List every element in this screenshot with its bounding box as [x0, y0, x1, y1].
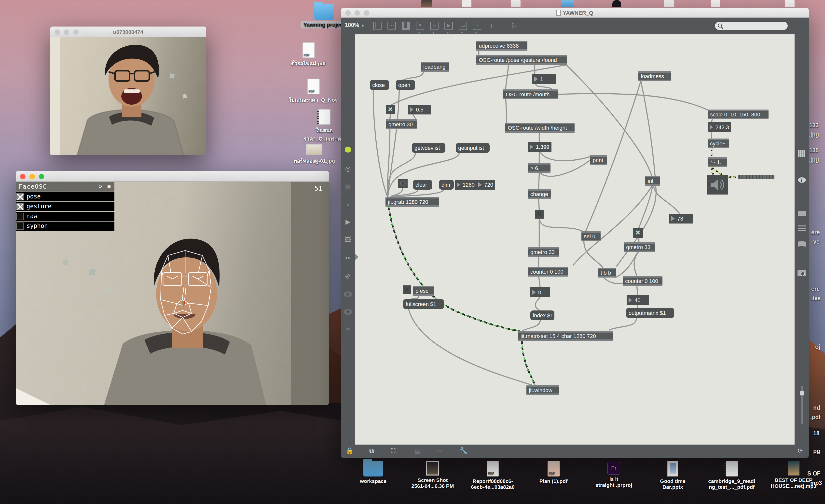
desktop-icon-clipped[interactable] — [711, 0, 720, 7]
object-print[interactable]: print — [590, 155, 607, 165]
faceosc-row-syphon[interactable]: syphon — [16, 222, 115, 231]
checkbox[interactable] — [16, 193, 23, 200]
minimize-button[interactable] — [29, 174, 35, 179]
new-playbar-icon[interactable]: ▶ — [444, 22, 453, 30]
speaker-ezdac-icon[interactable] — [707, 175, 728, 195]
faceosc-row-gesture[interactable]: gesture — [16, 202, 115, 211]
faceosc-window-titlebar[interactable] — [16, 171, 329, 182]
add-more-icon[interactable]: + — [487, 22, 496, 30]
desktop-icon-clipped[interactable] — [785, 0, 795, 7]
object-qmetro-33[interactable]: qmetro 33 — [624, 242, 655, 252]
desktop-icon-workspace[interactable]: workspace — [349, 461, 398, 484]
favorites-star-icon[interactable]: ★ — [341, 325, 355, 333]
desktop-icon-mp3[interactable]: BEST OF DEEP HOUSE....net].mp3 — [764, 461, 823, 489]
zoom-button[interactable] — [39, 174, 44, 179]
inspector-info-icon[interactable]: i — [795, 176, 809, 183]
new-message-icon[interactable]: ⋯ — [387, 22, 396, 30]
desktop-icon-clipped[interactable] — [511, 0, 521, 7]
object-counter[interactable]: counter 0 100 — [528, 267, 568, 277]
toggle[interactable]: ✕ — [403, 285, 411, 294]
vizzie-icon[interactable]: v — [341, 290, 355, 297]
multislider-widget[interactable] — [737, 173, 776, 181]
object-qmetro-30[interactable]: qmetro 30 — [386, 119, 417, 129]
max-patcher-window[interactable]: YAWNER_Q 100% ▼ ▏ ⋯ ▊ ✕ ○ ▶ ▭ ◔ + ⚐ ▾ ▾ … — [341, 8, 809, 458]
close-button[interactable] — [345, 10, 351, 16]
beap-icon[interactable]: b — [341, 307, 355, 315]
max-window-titlebar[interactable]: YAWNER_Q — [341, 8, 809, 18]
message-fullscreen[interactable]: fullscreen $1 — [403, 299, 444, 309]
message-open[interactable]: open — [396, 80, 415, 90]
flonum-box[interactable]: 1.399 — [528, 142, 551, 152]
lock-icon[interactable]: 🔒 — [346, 447, 354, 454]
message-close[interactable]: close — [370, 80, 389, 90]
number-box[interactable]: 73 — [669, 214, 693, 223]
audio-status-icon[interactable]: ◎ — [341, 165, 355, 172]
desktop-icon-clipped[interactable] — [462, 0, 471, 7]
zoom-button[interactable] — [364, 10, 369, 16]
number-box[interactable]: 0 — [530, 287, 550, 297]
midi-device-icon[interactable]: ▤ — [341, 183, 355, 190]
object-greater-than[interactable]: > 6. — [528, 163, 550, 173]
number-box[interactable]: 720 — [476, 180, 495, 190]
console-list-icon[interactable] — [795, 225, 809, 232]
new-comment-icon[interactable]: ▊ — [402, 22, 410, 30]
object-p-esc[interactable]: p esc — [413, 286, 434, 296]
desktop-icon-clipped[interactable] — [421, 0, 432, 7]
desktop-icon-plan-pdf[interactable]: Plan (1).pdf — [529, 461, 578, 484]
faceosc-row-pose[interactable]: pose — [16, 192, 115, 201]
object-jit-grab[interactable]: jit.grab 1280 720 — [385, 197, 439, 207]
object-int[interactable]: int — [645, 176, 660, 186]
slider-knob[interactable] — [800, 391, 804, 395]
message-index[interactable]: index $1 — [530, 310, 554, 320]
dual-pane-icon[interactable] — [795, 210, 809, 218]
refresh-and-save-icons[interactable]: ⟳ ▣ — [98, 182, 111, 192]
desktop-icon-report[interactable]: Reportf88d08c6- 6ecb-4e...03a82a0 — [460, 461, 526, 490]
number-box[interactable]: 40 — [626, 295, 649, 305]
toggle[interactable]: ✕ — [633, 228, 643, 238]
search-field[interactable] — [715, 21, 788, 30]
calendar-grid-icon[interactable] — [795, 150, 809, 158]
object-scale[interactable]: scale 0. 10. 150. 800. — [707, 110, 768, 119]
number-box[interactable]: 1 — [532, 74, 556, 84]
message-dim[interactable]: dim — [439, 180, 454, 190]
plugins-plug-icon[interactable]: ⎆ — [341, 272, 355, 280]
projector-icon[interactable] — [795, 270, 809, 278]
audio-files-icon[interactable]: ♪ — [341, 200, 355, 208]
minimize-button[interactable] — [64, 29, 69, 35]
object-qmetro-33[interactable]: qmetro 33 — [528, 247, 559, 257]
flonum-box[interactable]: 242.3 — [707, 122, 731, 132]
toggle[interactable]: ✕ — [386, 105, 395, 114]
message-getvdevlist[interactable]: getvdevlist — [412, 143, 445, 153]
message-getinputlist[interactable]: getinputlist — [456, 143, 490, 153]
image-files-icon[interactable]: 🖾 — [341, 236, 355, 243]
sidebar-slider[interactable] — [802, 386, 803, 424]
new-number-icon[interactable]: ▭ — [459, 22, 467, 30]
desktop-icon-pdf2[interactable]: ใบเสนอราคา_Q_Nov — [281, 79, 345, 104]
patcher-canvas[interactable]: udpreceive 8338 OSC-route /pose /gesture… — [355, 34, 795, 445]
checkbox[interactable] — [16, 213, 23, 220]
new-button-icon[interactable]: ○ — [430, 22, 439, 30]
toggle[interactable]: ✕ — [535, 210, 544, 219]
desktop-icon-pptx[interactable]: Good time Bar.pptx — [648, 461, 697, 490]
desktop-icon-cambridge[interactable]: cambridge_9_readi ng_test_..._pdf.pdf — [700, 461, 764, 490]
object-counter[interactable]: counter 0 100 — [623, 276, 663, 286]
desktop-icon-clipped[interactable] — [612, 0, 621, 7]
object-udpreceive[interactable]: udpreceive 8338 — [476, 41, 527, 51]
format-paint-icon[interactable]: ⚐ — [510, 22, 518, 30]
number-box[interactable]: 1280 — [455, 180, 476, 190]
close-button[interactable] — [55, 29, 60, 35]
object-times-signal[interactable]: *~ 1. — [707, 157, 727, 167]
faceosc-row-raw[interactable]: raw — [16, 212, 115, 221]
zoom-level-dropdown[interactable]: 100% ▼ — [345, 22, 365, 28]
minimize-button[interactable] — [355, 10, 360, 16]
flonum-box[interactable]: 0.5 — [408, 104, 431, 115]
object-loadbang[interactable]: loadbang — [421, 62, 449, 72]
desktop-icon-pdf1[interactable]: ตั๋วรถไฟแม่.pdf — [279, 42, 338, 68]
desktop-icon-jpg[interactable]: พอร์ทลองดู-01.jpg — [282, 144, 346, 165]
object-loadmess[interactable]: loadmess 1 — [639, 71, 671, 81]
object-oscroute-mouth[interactable]: OSC-route /mouth — [503, 89, 558, 99]
presentation-easel-icon[interactable]: ⛶ — [391, 447, 395, 455]
webcam-window[interactable]: u673000474 — [50, 26, 206, 155]
grid-snap-icon[interactable]: ▦ — [415, 447, 421, 454]
faceosc-window[interactable]: 51 — [16, 171, 329, 405]
